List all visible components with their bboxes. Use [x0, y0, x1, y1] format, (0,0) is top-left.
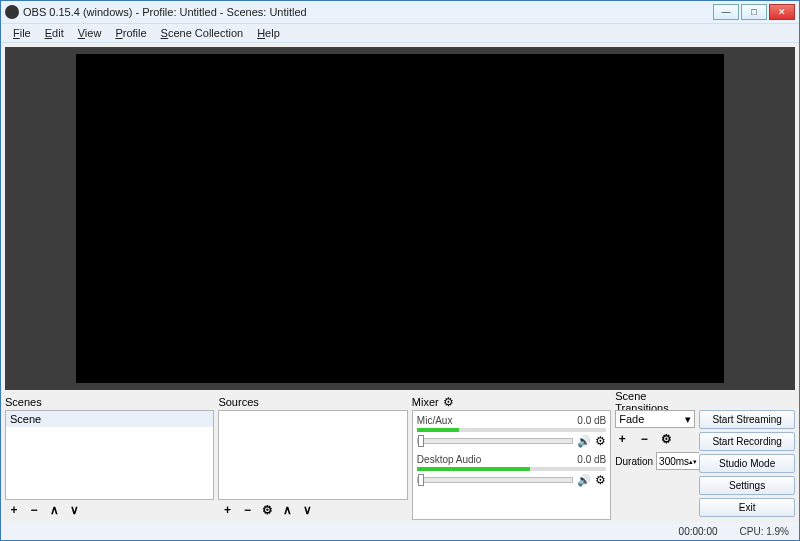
status-cpu: CPU: 1.9%	[740, 526, 789, 537]
mixer-box: Mic/Aux 0.0 dB 🔊 ⚙ Desktop Audio	[412, 410, 611, 520]
scene-item[interactable]: Scene	[6, 411, 213, 427]
app-icon	[5, 5, 19, 19]
mixer-label: Mixer	[412, 396, 439, 408]
chevron-down-icon: ▾	[685, 413, 691, 426]
track-db: 0.0 dB	[577, 454, 606, 465]
transition-selected: Fade	[619, 413, 644, 425]
sources-panel: Sources + − ⚙ ∧ ∨	[218, 394, 407, 520]
app-window: OBS 0.15.4 (windows) - Profile: Untitled…	[0, 0, 800, 541]
source-up-button[interactable]: ∧	[280, 503, 294, 517]
mixer-track-desktop: Desktop Audio 0.0 dB 🔊 ⚙	[417, 454, 606, 487]
scene-down-button[interactable]: ∨	[67, 503, 81, 517]
menu-scene-collection[interactable]: Scene Collection	[155, 25, 250, 41]
speaker-icon[interactable]: 🔊	[577, 435, 591, 448]
track-gear-icon[interactable]: ⚙	[595, 473, 606, 487]
add-transition-button[interactable]: +	[615, 432, 629, 446]
titlebar: OBS 0.15.4 (windows) - Profile: Untitled…	[1, 1, 799, 23]
start-recording-button[interactable]: Start Recording	[699, 432, 795, 451]
duration-value: 300ms	[659, 456, 689, 467]
menu-edit[interactable]: Edit	[39, 25, 70, 41]
statusbar: 00:00:00 CPU: 1.9%	[1, 522, 799, 540]
sources-label: Sources	[218, 396, 258, 408]
window-title: OBS 0.15.4 (windows) - Profile: Untitled…	[23, 6, 713, 18]
remove-scene-button[interactable]: −	[27, 503, 41, 517]
status-time: 00:00:00	[679, 526, 718, 537]
volume-slider[interactable]	[417, 477, 573, 483]
mixer-panel: Mixer ⚙ Mic/Aux 0.0 dB 🔊 ⚙	[412, 394, 611, 520]
menu-profile[interactable]: Profile	[109, 25, 152, 41]
transitions-panel: Scene Transitions Fade ▾ + − ⚙ Duration …	[615, 394, 695, 520]
exit-button[interactable]: Exit	[699, 498, 795, 517]
lower-panels: Scenes Scene + − ∧ ∨ Sources + − ⚙	[1, 394, 799, 522]
duration-input[interactable]: 300ms ▴▾	[656, 452, 700, 470]
mixer-track-micaux: Mic/Aux 0.0 dB 🔊 ⚙	[417, 415, 606, 448]
transition-properties-button[interactable]: ⚙	[659, 432, 673, 446]
spin-icon: ▴▾	[689, 458, 697, 465]
menu-view[interactable]: View	[72, 25, 108, 41]
track-db: 0.0 dB	[577, 415, 606, 426]
source-properties-button[interactable]: ⚙	[260, 503, 274, 517]
scene-up-button[interactable]: ∧	[47, 503, 61, 517]
track-name: Mic/Aux	[417, 415, 453, 426]
scenes-panel: Scenes Scene + − ∧ ∨	[5, 394, 214, 520]
source-down-button[interactable]: ∨	[300, 503, 314, 517]
close-button[interactable]: ✕	[769, 4, 795, 20]
sources-toolbar: + − ⚙ ∧ ∨	[218, 500, 407, 520]
maximize-button[interactable]: □	[741, 4, 767, 20]
add-source-button[interactable]: +	[220, 503, 234, 517]
volume-slider[interactable]	[417, 438, 573, 444]
add-scene-button[interactable]: +	[7, 503, 21, 517]
menubar: File Edit View Profile Scene Collection …	[1, 23, 799, 43]
remove-transition-button[interactable]: −	[637, 432, 651, 446]
controls-panel: Start Streaming Start Recording Studio M…	[699, 394, 795, 520]
preview-area	[5, 47, 795, 390]
remove-source-button[interactable]: −	[240, 503, 254, 517]
speaker-icon[interactable]: 🔊	[577, 474, 591, 487]
preview-canvas[interactable]	[76, 54, 724, 383]
studio-mode-button[interactable]: Studio Mode	[699, 454, 795, 473]
mixer-settings-icon[interactable]: ⚙	[443, 395, 454, 409]
track-name: Desktop Audio	[417, 454, 482, 465]
settings-button[interactable]: Settings	[699, 476, 795, 495]
sources-list[interactable]	[218, 410, 407, 500]
minimize-button[interactable]: —	[713, 4, 739, 20]
transition-select[interactable]: Fade ▾	[615, 410, 695, 428]
content-area: Scenes Scene + − ∧ ∨ Sources + − ⚙	[1, 43, 799, 540]
start-streaming-button[interactable]: Start Streaming	[699, 410, 795, 429]
duration-label: Duration	[615, 456, 653, 467]
level-meter	[417, 428, 606, 432]
track-gear-icon[interactable]: ⚙	[595, 434, 606, 448]
scenes-toolbar: + − ∧ ∨	[5, 500, 214, 520]
window-buttons: — □ ✕	[713, 4, 795, 20]
level-meter	[417, 467, 606, 471]
scenes-label: Scenes	[5, 396, 42, 408]
menu-file[interactable]: File	[7, 25, 37, 41]
menu-help[interactable]: Help	[251, 25, 286, 41]
scenes-list[interactable]: Scene	[5, 410, 214, 500]
